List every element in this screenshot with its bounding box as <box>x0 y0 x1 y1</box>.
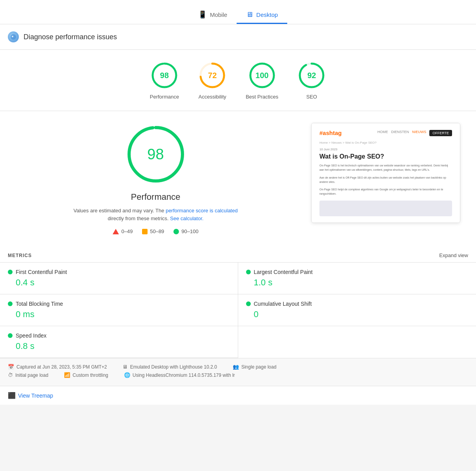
legend-triangle-icon <box>113 229 119 234</box>
metric-cls-value: 0 <box>246 309 469 319</box>
score-card-seo[interactable]: 92 SEO <box>297 61 326 100</box>
preview-header: #ashtag HOME DIENSTEN NIEUWS OFFERTE <box>319 130 452 136</box>
footer-single-page: 👥 Single page load <box>233 364 276 370</box>
score-accessibility-label: Accessibility <box>199 94 226 100</box>
perf-score-link[interactable]: performance score is calculated <box>166 208 238 214</box>
metric-tbt: Total Blocking Time 0 ms <box>0 294 238 326</box>
metrics-label: METRICS <box>8 253 32 258</box>
preview-body2: Aan de andere het is Off-Page SEO dit zi… <box>319 175 452 184</box>
screenshot-preview: #ashtag HOME DIENSTEN NIEUWS OFFERTE Hom… <box>311 123 460 223</box>
gauge-best-practices-text: 100 <box>255 71 268 80</box>
metric-cls-name: Cumulative Layout Shift <box>254 301 312 307</box>
metrics-header: METRICS Expand view <box>0 246 476 262</box>
score-best-practices-label: Best Practices <box>246 94 278 100</box>
metric-si-value: 0.8 s <box>8 341 230 351</box>
globe-icon: 🌐 <box>124 372 130 378</box>
score-card-best-practices[interactable]: 100 Best Practices <box>246 61 278 100</box>
perf-calculator-link[interactable]: See calculator. <box>170 215 203 221</box>
perf-left: 98 Performance Values are estimated and … <box>16 123 295 234</box>
footer-emulated: 🖥 Emulated Desktop with Lighthouse 10.2.… <box>122 364 217 370</box>
legend-item-green: 90–100 <box>173 228 198 234</box>
metric-fcp: First Contentful Paint 0.4 s <box>0 263 238 294</box>
perf-desc-text: Values are estimated and may vary. The <box>73 208 164 214</box>
monitor-icon: 🖥 <box>122 364 128 370</box>
timer-icon: ⏱ <box>8 372 13 378</box>
tab-desktop[interactable]: 🖥 Desktop <box>237 6 287 24</box>
big-gauge-text: 98 <box>147 146 164 163</box>
legend-square-icon <box>142 229 148 234</box>
expand-view-button[interactable]: Expand view <box>439 252 468 258</box>
page-wrapper: 📱 Mobile 🖥 Desktop Diagnose performance … <box>0 0 476 405</box>
metric-fcp-value: 0.4 s <box>8 277 230 288</box>
perf-description: Values are estimated and may vary. The p… <box>69 207 242 222</box>
score-cards: 98 Performance 72 Accessibility <box>0 50 476 111</box>
preview-nav-home: HOME <box>378 130 388 136</box>
tab-mobile[interactable]: 📱 Mobile <box>189 6 237 24</box>
gauge-seo: 92 <box>297 61 326 90</box>
mobile-icon: 📱 <box>198 10 207 19</box>
footer-chromium: 🌐 Using HeadlessChromium 114.0.5735.179 … <box>124 372 235 378</box>
diagnose-icon <box>8 31 19 42</box>
metric-tbt-dot <box>8 301 13 306</box>
preview-date: 10 Juni 2023 <box>319 148 452 151</box>
footer-captured-text: Captured at Jun 28, 2023, 5:35 PM GMT+2 <box>16 364 107 370</box>
legend-item-red: 0–49 <box>113 228 133 234</box>
svg-point-1 <box>12 36 13 37</box>
footer-initial: ⏱ Initial page load <box>8 372 48 378</box>
metric-si: Speed Index 0.8 s <box>0 326 238 358</box>
footer-single-page-text: Single page load <box>241 364 276 370</box>
footer-emulated-text: Emulated Desktop with Lighthouse 10.2.0 <box>130 364 217 370</box>
view-treemap-link[interactable]: ⬛ View Treemap <box>8 392 53 399</box>
footer-chromium-text: Using HeadlessChromium 114.0.5735.179 wi… <box>133 372 235 378</box>
tab-desktop-label: Desktop <box>256 11 278 18</box>
legend-red-range: 0–49 <box>121 228 133 234</box>
treemap-icon: ⬛ <box>8 392 16 399</box>
metric-fcp-dot <box>8 270 13 274</box>
score-seo-label: SEO <box>306 94 317 100</box>
footer-throttling-text: Custom throttling <box>73 372 108 378</box>
desktop-icon: 🖥 <box>246 11 253 19</box>
legend-green-range: 90–100 <box>181 228 198 234</box>
gauge-seo-text: 92 <box>307 71 316 80</box>
footer-initial-text: Initial page load <box>15 372 48 378</box>
metric-lcp-value: 1.0 s <box>246 277 469 288</box>
diagnose-title: Diagnose performance issues <box>24 33 117 41</box>
metric-tbt-value: 0 ms <box>8 309 230 319</box>
preview-body1: On-Page SEO is het technisch optimaliser… <box>319 163 452 172</box>
legend-circle-icon <box>173 229 179 234</box>
tab-mobile-label: Mobile <box>210 11 227 18</box>
view-treemap-section: ⬛ View Treemap <box>0 386 476 405</box>
main-section: 98 Performance Values are estimated and … <box>0 111 476 246</box>
score-card-performance[interactable]: 98 Performance <box>150 61 179 100</box>
preview-nav-diensten: DIENSTEN <box>391 130 409 136</box>
gauge-best-practices: 100 <box>248 61 277 90</box>
screenshot-preview-inner: #ashtag HOME DIENSTEN NIEUWS OFFERTE Hom… <box>312 123 460 223</box>
diagnose-section: Diagnose performance issues <box>0 24 476 50</box>
preview-h1: Wat is On-Page SEO? <box>319 153 452 160</box>
metric-cls-header: Cumulative Layout Shift <box>246 301 469 307</box>
legend-orange-range: 50–89 <box>150 228 164 234</box>
score-performance-label: Performance <box>150 94 179 100</box>
footer-info: 📅 Captured at Jun 28, 2023, 5:35 PM GMT+… <box>0 358 476 386</box>
preview-breadcrumb: Home > Nieuws > Wat is On-Page SEO? <box>319 141 452 144</box>
metric-cls: Cumulative Layout Shift 0 <box>238 294 476 326</box>
perf-title: Performance <box>131 192 181 202</box>
metric-lcp-header: Largest Contentful Paint <box>246 269 469 275</box>
metric-si-dot <box>8 333 13 338</box>
perf-desc-mid: directly from these metrics. <box>108 215 168 221</box>
gauge-accessibility-text: 72 <box>208 71 217 80</box>
preview-logo: #ashtag <box>319 130 342 136</box>
metric-lcp-name: Largest Contentful Paint <box>254 269 313 275</box>
preview-footer-area <box>319 201 452 216</box>
view-treemap-label: View Treemap <box>18 392 53 399</box>
gauge-accessibility: 72 <box>198 61 227 90</box>
svg-point-0 <box>11 34 16 40</box>
metric-fcp-header: First Contentful Paint <box>8 269 230 275</box>
metric-lcp-dot <box>246 270 251 274</box>
preview-nav-offerte: OFFERTE <box>429 130 452 136</box>
preview-body3: On-Page SEO helpt de complexe algoritmes… <box>319 187 452 196</box>
big-gauge: 98 <box>124 123 187 186</box>
tab-bar: 📱 Mobile 🖥 Desktop <box>0 0 476 24</box>
signal-icon: 📶 <box>64 372 70 378</box>
score-card-accessibility[interactable]: 72 Accessibility <box>198 61 227 100</box>
